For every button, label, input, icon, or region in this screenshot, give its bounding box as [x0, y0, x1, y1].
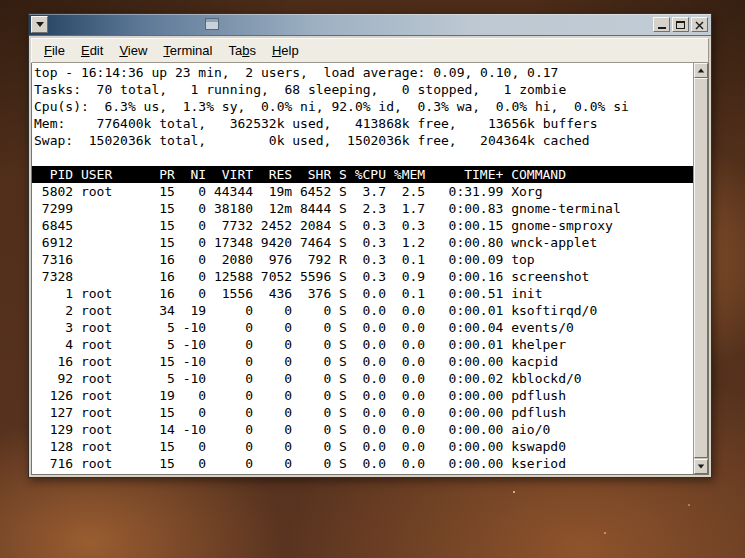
cell-pr: 19	[151, 387, 174, 404]
cell-cpu: 0.0	[355, 387, 386, 404]
cell-cpu: 0.3	[355, 251, 386, 268]
window-menu-button[interactable]	[31, 16, 48, 33]
cell-ni: 0	[183, 404, 206, 421]
cell-pid: 2	[34, 302, 73, 319]
process-row: 716root150000S0.00.00:00.00kseriod	[34, 455, 693, 472]
terminal-screen[interactable]: top - 16:14:36 up 23 min, 2 users, load …	[32, 63, 693, 474]
scrollbar[interactable]	[693, 63, 708, 474]
cell-ni: 0	[183, 200, 206, 217]
cell-command: khelper	[511, 336, 621, 353]
cell-pr: 16	[151, 285, 174, 302]
cell-res: 436	[261, 285, 292, 302]
scroll-up-button[interactable]	[694, 63, 708, 78]
cell-s: S	[339, 302, 347, 319]
process-row: 73281601258870525596S0.30.90:00.16screen…	[34, 268, 693, 285]
cell-res: 976	[261, 251, 292, 268]
window-titlebar[interactable]	[29, 14, 711, 36]
cell-cpu: 2.3	[355, 200, 386, 217]
cell-user: root	[81, 336, 144, 353]
cell-s: S	[339, 319, 347, 336]
minimize-button[interactable]	[653, 17, 670, 32]
cell-command: events/0	[511, 319, 621, 336]
desktop: { "window": { "titlebar": { "window_menu…	[0, 0, 745, 558]
cell-s: S	[339, 404, 347, 421]
menu-item-view[interactable]: View	[111, 40, 155, 61]
cell-s: S	[339, 234, 347, 251]
cell-s: S	[339, 268, 347, 285]
process-row: 16root15-10000S0.00.00:00.00kacpid	[34, 353, 693, 370]
menu-item-terminal[interactable]: Terminal	[155, 40, 220, 61]
header-user: USER	[81, 166, 144, 183]
cell-res: 0	[261, 353, 292, 370]
cell-mem: 1.2	[394, 234, 425, 251]
menu-item-edit[interactable]: Edit	[73, 40, 111, 61]
cell-mem: 0.1	[394, 285, 425, 302]
cell-ni: 0	[183, 438, 206, 455]
cell-mem: 2.5	[394, 183, 425, 200]
cell-cpu: 0.0	[355, 438, 386, 455]
header-ni: NI	[183, 166, 206, 183]
cell-user: root	[81, 421, 144, 438]
cell-cpu: 0.0	[355, 336, 386, 353]
menu-item-tabs[interactable]: Tabs	[220, 40, 263, 61]
cell-time: 0:00.00	[433, 353, 503, 370]
cell-mem: 0.1	[394, 251, 425, 268]
cell-time: 0:00.00	[433, 387, 503, 404]
cell-ni: -10	[183, 319, 206, 336]
cell-res: 0	[261, 438, 292, 455]
scroll-down-button[interactable]	[694, 459, 708, 474]
cell-pr: 5	[151, 336, 174, 353]
cell-user	[81, 251, 144, 268]
cell-pr: 15	[151, 183, 174, 200]
cell-time: 0:00.04	[433, 319, 503, 336]
cell-user: root	[81, 455, 144, 472]
cell-cpu: 0.3	[355, 234, 386, 251]
cell-virt: 0	[214, 370, 253, 387]
cell-cpu: 0.0	[355, 370, 386, 387]
cell-s: S	[339, 336, 347, 353]
top-summary: top - 16:14:36 up 23 min, 2 users, load …	[34, 64, 693, 149]
cell-ni: 19	[183, 302, 206, 319]
process-row: 92root5-10000S0.00.00:00.02kblockd/0	[34, 370, 693, 387]
menu-accelerator: V	[119, 43, 127, 58]
cell-ni: 0	[183, 387, 206, 404]
menu-item-help[interactable]: Help	[264, 40, 307, 61]
scrollbar-thumb[interactable]	[694, 78, 708, 458]
process-table: PIDUSERPRNIVIRTRESSHRS%CPU%MEMTIME+COMMA…	[34, 166, 693, 472]
cell-mem: 0.0	[394, 404, 425, 421]
summary-line: Cpu(s): 6.3% us, 1.3% sy, 0.0% ni, 92.0%…	[34, 98, 693, 115]
cell-time: 0:00.80	[433, 234, 503, 251]
cell-mem: 0.0	[394, 319, 425, 336]
cell-s: S	[339, 438, 347, 455]
process-row: 1root1601556436376S0.00.10:00.51init	[34, 285, 693, 302]
cell-shr: 7464	[300, 234, 331, 251]
cell-shr: 0	[300, 302, 331, 319]
menu-accelerator: b	[242, 43, 249, 58]
cell-virt: 12588	[214, 268, 253, 285]
cell-shr: 376	[300, 285, 331, 302]
cell-command: pdflush	[511, 404, 621, 421]
cell-user: root	[81, 302, 144, 319]
cell-cpu: 0.0	[355, 404, 386, 421]
cell-shr: 8444	[300, 200, 331, 217]
header-s: S	[339, 166, 347, 183]
process-row: 3root5-10000S0.00.00:00.04events/0	[34, 319, 693, 336]
cell-time: 0:00.02	[433, 370, 503, 387]
cell-pid: 126	[34, 387, 73, 404]
cell-cpu: 0.0	[355, 319, 386, 336]
maximize-button[interactable]	[672, 17, 689, 32]
close-button[interactable]	[691, 17, 708, 32]
cell-shr: 2084	[300, 217, 331, 234]
cell-shr: 792	[300, 251, 331, 268]
cell-s: S	[339, 421, 347, 438]
header-virt: VIRT	[214, 166, 253, 183]
cell-pr: 15	[151, 404, 174, 421]
cell-command: ksoftirqd/0	[511, 302, 621, 319]
cell-shr: 0	[300, 421, 331, 438]
process-row: 6845150773224522084S0.30.30:00.15gnome-s…	[34, 217, 693, 234]
cell-mem: 1.7	[394, 200, 425, 217]
cell-time: 0:00.00	[433, 421, 503, 438]
menu-item-file[interactable]: File	[36, 40, 73, 61]
menu-accelerator: E	[81, 43, 90, 58]
cell-ni: 0	[183, 217, 206, 234]
